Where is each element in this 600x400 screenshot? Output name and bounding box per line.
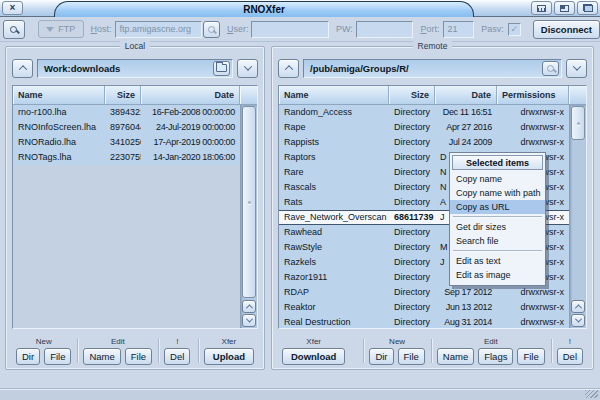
local-scrollbar[interactable] xyxy=(240,105,257,328)
flags-button[interactable]: Flags xyxy=(478,348,513,365)
file-button[interactable]: File xyxy=(517,348,544,365)
context-menu-items: Copy nameCopy name with pathCopy as URLG… xyxy=(450,172,545,282)
header-cell-size[interactable]: Size xyxy=(105,86,141,104)
folder-icon xyxy=(216,64,227,72)
port-label: Port: xyxy=(420,24,439,34)
file-button[interactable]: File xyxy=(125,348,152,365)
scroll-up-button[interactable] xyxy=(571,300,585,313)
chevron-down-icon xyxy=(572,62,580,70)
local-path-dropdown-button[interactable] xyxy=(237,59,258,78)
dir-button[interactable]: Dir xyxy=(16,348,40,365)
download-button[interactable]: Download xyxy=(282,348,345,365)
remote-panel-label: Remote xyxy=(413,41,453,51)
remote-path-row: /pub/amiga/Groups/R/ xyxy=(278,58,587,78)
dir-button[interactable]: Dir xyxy=(369,348,393,365)
file-row[interactable]: Real DestructionDirectoryAug 31 2014drwx… xyxy=(279,315,569,328)
group-buttons: Download xyxy=(282,348,345,365)
file-name-cell: RNOInfoScreen.lha xyxy=(13,120,105,135)
header-cell-name[interactable]: Name xyxy=(13,86,105,104)
disconnect-button[interactable]: Disconnect xyxy=(533,20,600,39)
menu-item[interactable]: Search file xyxy=(450,234,545,248)
file-row[interactable]: RNORadio.lha341025017-Apr-2019 00:00:00 xyxy=(13,135,240,150)
header-cell-name[interactable]: Name xyxy=(279,86,389,104)
menu-item[interactable]: Edit as image xyxy=(450,268,545,282)
file-button[interactable]: File xyxy=(398,348,425,365)
scroll-down-button[interactable] xyxy=(571,314,585,327)
file-row[interactable]: RNOInfoScreen.lha897604424-Jul-2019 00:0… xyxy=(13,120,240,135)
file-row[interactable]: RNOTags.lha223075514-Jan-2020 18:06:00 xyxy=(13,150,240,165)
resize-grip-icon[interactable] xyxy=(585,390,598,398)
name-button[interactable]: Name xyxy=(437,348,474,365)
file-row[interactable]: RDAPDirectorySep 17 2012drwxrwsr-x xyxy=(279,285,569,300)
local-list-body: rno-r100.lha389432116-Feb-2008 00:00:00R… xyxy=(13,105,240,328)
header-cell-date[interactable]: Date xyxy=(435,86,497,104)
remote-button-bar: XferDownloadNewDirFileEditNameFlagsFile!… xyxy=(276,331,589,365)
pasv-checkbox[interactable]: ✓ xyxy=(508,23,521,36)
toolbar: FTP Host: ftp.amigascne.org User: PW: Po… xyxy=(0,17,600,42)
local-folder-button[interactable] xyxy=(213,61,230,76)
password-input[interactable] xyxy=(356,21,414,38)
upload-button[interactable]: Upload xyxy=(204,348,254,365)
name-button[interactable]: Name xyxy=(83,348,120,365)
group-buttons: NameFlagsFile xyxy=(437,348,545,365)
menu-item[interactable]: Copy name with path xyxy=(450,186,545,200)
group-buttons: Del xyxy=(557,348,583,365)
iconify-button[interactable] xyxy=(531,1,552,15)
file-row[interactable]: rno-r100.lha389432116-Feb-2008 00:00:00 xyxy=(13,105,240,120)
password-label: PW: xyxy=(336,24,353,34)
file-date-cell: 17-Apr-2019 00:00:00 xyxy=(141,135,240,150)
window-titlebar[interactable]: × RNOXfer xyxy=(0,0,600,17)
close-button[interactable]: × xyxy=(2,1,23,15)
file-row[interactable]: ReaktorDirectoryJun 13 2012drwxrwsr-x xyxy=(279,300,569,315)
remote-path-search-button[interactable] xyxy=(542,61,559,76)
scroll-up-button[interactable] xyxy=(242,300,256,313)
remote-scrollbar[interactable] xyxy=(569,105,586,328)
file-size-cell: Directory xyxy=(389,120,435,135)
remote-path-input[interactable]: /pub/amiga/Groups/R/ xyxy=(303,59,562,78)
menu-item[interactable]: Edit as text xyxy=(450,254,545,268)
menu-item[interactable]: Get dir sizes xyxy=(450,220,545,234)
remote-parent-dir-button[interactable] xyxy=(278,59,299,78)
del-button[interactable]: Del xyxy=(557,348,583,365)
header-cell-permissions[interactable]: Permissions xyxy=(497,86,569,104)
file-name-cell: RNOTags.lha xyxy=(13,150,105,165)
menu-item[interactable]: Copy name xyxy=(450,172,545,186)
host-input[interactable]: ftp.amigascne.org xyxy=(115,21,202,38)
zoom-button[interactable] xyxy=(554,1,575,15)
depth-button[interactable] xyxy=(577,1,598,15)
file-row[interactable]: Random_AccessDirectoryDec 11 16:51drwxrw… xyxy=(279,105,569,120)
file-button[interactable]: File xyxy=(44,348,71,365)
file-size-cell: Directory xyxy=(389,135,435,150)
file-name-cell: Real Destruction xyxy=(279,315,389,328)
group-label: Edit xyxy=(437,337,545,346)
button-group: EditNameFile xyxy=(77,337,158,365)
user-input[interactable] xyxy=(251,21,329,38)
file-row[interactable]: RapeDirectoryApr 27 2016drwxrwsr-x xyxy=(279,120,569,135)
file-name-cell: Rascals xyxy=(279,180,389,195)
protocol-dropdown[interactable]: FTP xyxy=(38,20,84,38)
group-buttons: Del xyxy=(164,348,190,365)
file-size-cell: Directory xyxy=(389,165,435,180)
connection-search-button[interactable] xyxy=(3,20,25,39)
scroll-down-button[interactable] xyxy=(242,314,256,327)
scrollbar-thumb[interactable] xyxy=(242,106,256,298)
group-label: ! xyxy=(557,337,583,346)
del-button[interactable]: Del xyxy=(164,348,190,365)
port-input[interactable]: 21 xyxy=(443,21,475,38)
local-path-input[interactable]: Work:downloads xyxy=(37,59,233,78)
scrollbar-thumb[interactable] xyxy=(571,106,585,140)
remote-path-dropdown-button[interactable] xyxy=(566,59,587,78)
menu-item[interactable]: Copy as URL xyxy=(450,200,545,214)
button-group: !Del xyxy=(158,337,196,365)
file-row[interactable]: RappistsDirectoryJul 24 2009drwxrwsr-x xyxy=(279,135,569,150)
local-parent-dir-button[interactable] xyxy=(12,59,33,78)
file-date-cell: 14-Jan-2020 18:06:00 xyxy=(141,150,240,165)
header-cell-size[interactable]: Size xyxy=(389,86,435,104)
file-date-cell: Jul 24 2009 xyxy=(435,135,497,150)
header-cell-date[interactable]: Date xyxy=(141,86,240,104)
local-file-list: Name Size Date rno-r100.lha389432116-Feb… xyxy=(12,85,258,329)
file-size-cell: 2230755 xyxy=(105,150,141,165)
file-size-cell: 68611739 xyxy=(389,210,435,225)
file-size-cell: Directory xyxy=(389,315,435,328)
host-search-button[interactable] xyxy=(203,21,220,38)
